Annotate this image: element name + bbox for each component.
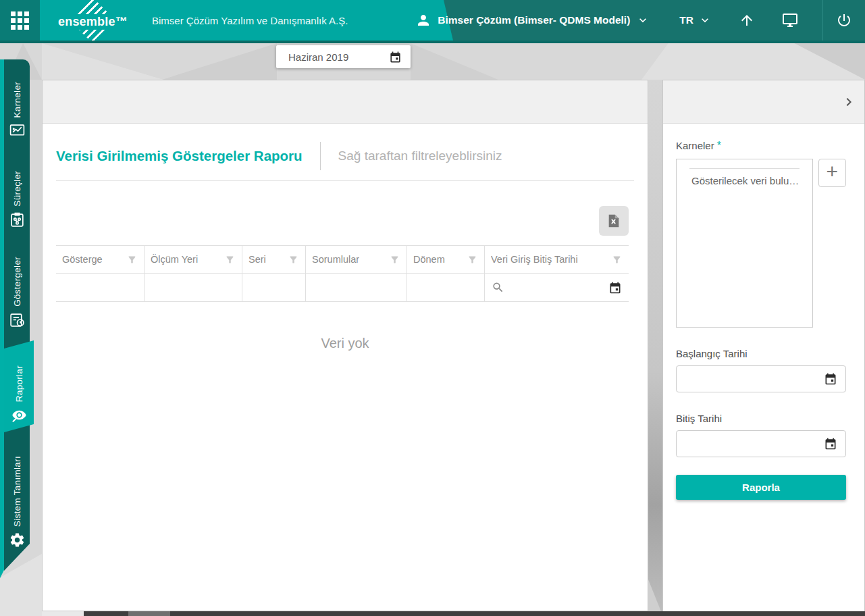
chevron-right-icon (841, 94, 857, 110)
filter-input-seri[interactable] (242, 274, 306, 302)
sidebar-item-label: Sistem Tanımları (12, 456, 22, 527)
column-header-sorumlular[interactable]: Sorumlular (306, 245, 407, 274)
period-picker[interactable]: Haziran 2019 (276, 45, 411, 68)
horizontal-scrollbar[interactable] (84, 611, 865, 616)
filter-funnel-icon[interactable] (288, 255, 298, 265)
required-mark: * (717, 140, 721, 151)
reports-icon (11, 407, 28, 424)
filter-input-veri-giris-bitis-tarihi[interactable] (485, 274, 629, 302)
column-header-olcum-yeri[interactable]: Ölçüm Yeri (145, 245, 242, 274)
display-button[interactable] (782, 12, 798, 28)
upload-button[interactable] (739, 12, 755, 28)
calendar-icon (389, 51, 402, 63)
header-actions: Bimser Çözüm (Bimser- QDMS Modeli) TR (415, 0, 865, 41)
brand-strip: ensemble™ Bimser Çözüm Yazılım ve Danışm… (40, 0, 453, 41)
apps-grid-icon (11, 11, 29, 30)
export-excel-button[interactable] (599, 206, 629, 236)
listbox-empty-text: Gösterilecek veri bulu… (691, 175, 811, 186)
filter-funnel-icon[interactable] (467, 255, 477, 265)
scrollbar-corner (42, 611, 84, 616)
sidebar-item-label: Raporlar (14, 365, 24, 402)
generate-report-button[interactable]: Raporla (676, 475, 846, 500)
power-icon (836, 12, 852, 28)
end-date-input[interactable] (676, 430, 846, 457)
company-name: Bimser Çözüm Yazılım ve Danışmanlık A.Ş. (152, 15, 348, 26)
listbox-separator (689, 168, 800, 169)
start-date-input[interactable] (676, 365, 846, 392)
filter-funnel-icon[interactable] (225, 255, 235, 265)
language-menu[interactable]: TR (679, 14, 712, 27)
filter-hint: Sağ taraftan filtreleyeblirsiniz (338, 149, 502, 163)
filter-funnel-icon[interactable] (612, 255, 622, 265)
ensemble-logo: ensemble™ (51, 0, 136, 41)
panel-gap (648, 80, 662, 611)
empty-state-text: Veri yok (43, 336, 648, 351)
excel-export-icon (606, 213, 621, 228)
add-scorecard-button[interactable]: + (818, 159, 847, 187)
scrollbar-thumb[interactable] (128, 611, 170, 616)
calendar-icon[interactable] (608, 281, 622, 294)
filter-input-gosterge[interactable] (56, 274, 145, 302)
apps-menu-button[interactable] (0, 0, 40, 41)
sidebar-item-surecler[interactable]: Süreçler (4, 161, 30, 228)
report-panel: Verisi Girilmemiş Göstergeler Raporu Sağ… (42, 80, 648, 611)
account-menu[interactable]: Bimser Çözüm (Bimser- QDMS Modeli) (415, 12, 650, 28)
indicators-icon (9, 311, 26, 328)
bg-triangle (162, 43, 277, 80)
column-header-gosterge[interactable]: Gösterge (56, 245, 145, 274)
bg-triangle (411, 43, 498, 80)
upload-arrow-icon (739, 12, 755, 28)
page-title: Verisi Girilmemiş Göstergeler Raporu (56, 148, 303, 164)
sidebar-item-label: Karneler (12, 82, 22, 118)
sidebar-item-label: Süreçler (12, 171, 22, 207)
column-header-veri-giris-bitis-tarihi[interactable]: Veri Giriş Bitiş Tarihi (485, 245, 629, 274)
table-filter-row (56, 274, 629, 302)
sidebar-item-sistem-tanimlari[interactable]: Sistem Tanımları (4, 439, 30, 548)
header-bottom-strip (0, 41, 865, 43)
filter-panel-header (663, 80, 864, 124)
logout-button[interactable] (823, 12, 865, 28)
calendar-icon[interactable] (824, 437, 837, 451)
sidebar-item-label: Göstergeler (12, 257, 22, 307)
filter-panel: Karneler* Gösterilecek veri bulu… + Başl… (662, 80, 865, 616)
period-value: Haziran 2019 (288, 51, 348, 63)
chevron-down-icon (698, 14, 712, 27)
logo-text: ensemble™ (56, 14, 130, 30)
collapse-panel-button[interactable] (839, 92, 859, 112)
language-code: TR (679, 14, 693, 26)
table-header-row: Gösterge Ölçüm Yeri Seri Sorumlular Döne… (56, 245, 629, 274)
user-icon (415, 12, 431, 28)
start-date-label: Başlangıç Tarihi (676, 348, 846, 359)
scorecards-listbox[interactable]: Gösterilecek veri bulu… (676, 159, 813, 328)
filter-input-donem[interactable] (407, 274, 485, 302)
report-table: Gösterge Ölçüm Yeri Seri Sorumlular Döne… (56, 245, 629, 302)
filter-input-olcum-yeri[interactable] (145, 274, 242, 302)
app-header: ensemble™ Bimser Çözüm Yazılım ve Danışm… (0, 0, 865, 43)
filter-input-sorumlular[interactable] (306, 274, 407, 302)
scorecards-icon (9, 122, 26, 139)
title-rule (56, 180, 634, 181)
bg-triangle (42, 43, 163, 80)
account-name: Bimser Çözüm (Bimser- QDMS Modeli) (438, 14, 630, 26)
search-icon (492, 281, 504, 294)
scorecards-label: Karneler* (676, 140, 846, 152)
column-header-seri[interactable]: Seri (242, 245, 306, 274)
system-settings-icon (9, 532, 26, 548)
sidebar-item-raporlar[interactable]: Raporlar (4, 340, 34, 432)
end-date-label: Bitiş Tarihi (676, 413, 846, 424)
column-header-donem[interactable]: Dönem (407, 245, 485, 274)
calendar-icon[interactable] (824, 372, 837, 386)
sidebar-item-gostergeler[interactable]: Göstergeler (4, 246, 30, 328)
filter-funnel-icon[interactable] (127, 255, 137, 265)
sidebar-item-karneler[interactable]: Karneler (4, 69, 30, 139)
chevron-down-icon (636, 14, 650, 27)
report-panel-header (43, 80, 648, 124)
processes-icon (9, 211, 26, 228)
monitor-icon (782, 12, 798, 28)
filter-funnel-icon[interactable] (390, 255, 400, 265)
title-divider (320, 142, 321, 170)
